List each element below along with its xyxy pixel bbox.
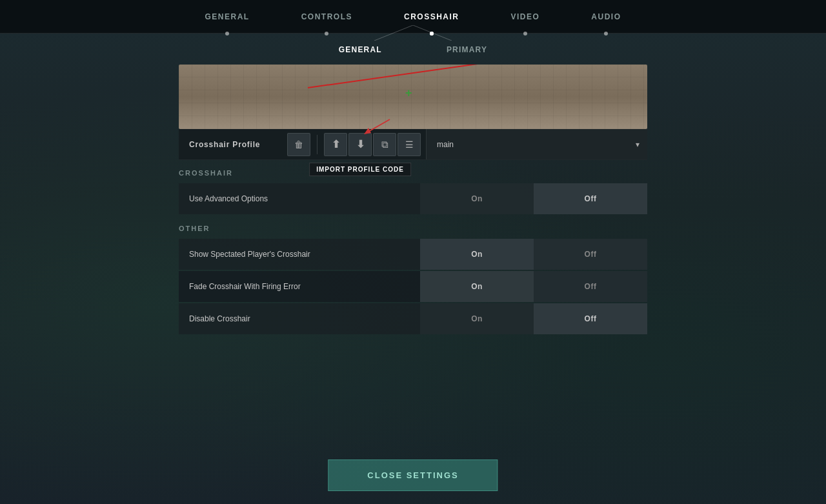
sub-nav-item-general[interactable]: GENERAL (307, 40, 414, 59)
export-profile-button[interactable]: ⬆ (324, 133, 347, 156)
disable-crosshair-toggle: On Off (420, 303, 647, 334)
use-advanced-options-label: Use Advanced Options (179, 194, 420, 203)
profiles-icon: ☰ (405, 139, 414, 150)
arrow-indicator (354, 116, 393, 138)
profile-select[interactable]: main profile 1 profile 2 (426, 129, 647, 159)
crosshair-section: CROSSHAIR Use Advanced Options On Off (179, 160, 647, 214)
profile-row: Crosshair Profile 🗑 ⬆ ⬇ IMPORT PROFILE C… (179, 129, 647, 160)
use-advanced-off-button[interactable]: Off (534, 183, 647, 214)
crosshair-indicator (408, 92, 418, 101)
disable-crosshair-row: Disable Crosshair On Off (179, 303, 647, 334)
use-advanced-options-row: Use Advanced Options On Off (179, 183, 647, 214)
nav-item-video[interactable]: VIDEO (485, 0, 566, 34)
close-settings-button[interactable]: CLOSE SETTINGS (328, 459, 498, 491)
import-icon: ⬇ (356, 138, 365, 150)
profile-select-wrapper: main profile 1 profile 2 ▾ (426, 129, 647, 159)
fade-crosshair-on-button[interactable]: On (420, 271, 534, 302)
separator (317, 135, 317, 154)
arrow-svg (354, 116, 393, 136)
svg-marker-3 (364, 128, 371, 134)
fade-crosshair-off-button[interactable]: Off (534, 271, 647, 302)
delete-icon: 🗑 (294, 139, 303, 150)
laser-line (308, 65, 647, 88)
manage-profiles-button[interactable]: ☰ (398, 133, 421, 156)
main-content: GENERAL CONTROLS CROSSHAIR VIDEO AUDIO (0, 0, 826, 504)
crosshair-section-header: CROSSHAIR (179, 160, 647, 183)
disable-crosshair-off-button[interactable]: Off (534, 303, 647, 334)
disable-crosshair-label: Disable Crosshair (179, 314, 420, 323)
svg-line-0 (374, 25, 413, 41)
sub-navigation: GENERAL PRIMARY (0, 34, 826, 62)
disable-crosshair-on-button[interactable]: On (420, 303, 534, 334)
export-icon: ⬆ (332, 138, 340, 150)
crosshair-preview (179, 65, 647, 129)
sub-nav-item-primary[interactable]: PRIMARY (414, 40, 519, 59)
show-spectated-off-button[interactable]: Off (534, 239, 647, 270)
svg-line-1 (413, 25, 452, 41)
profile-label: Crosshair Profile (179, 140, 282, 149)
delete-profile-button[interactable]: 🗑 (287, 133, 310, 156)
other-section-header: OTHER (179, 216, 647, 239)
fade-crosshair-toggle: On Off (420, 271, 647, 302)
other-section: OTHER Show Spectated Player's Crosshair … (179, 216, 647, 334)
connector-lines (348, 25, 478, 41)
fade-crosshair-label: Fade Crosshair With Firing Error (179, 282, 420, 291)
use-advanced-options-toggle: On Off (420, 183, 647, 214)
copy-icon: ⧉ (381, 139, 388, 150)
nav-item-general[interactable]: GENERAL (179, 0, 275, 34)
fade-crosshair-row: Fade Crosshair With Firing Error On Off (179, 271, 647, 302)
settings-panel: Crosshair Profile 🗑 ⬆ ⬇ IMPORT PROFILE C… (179, 65, 647, 334)
nav-item-audio[interactable]: AUDIO (565, 0, 647, 34)
show-spectated-on-button[interactable]: On (420, 239, 534, 270)
show-spectated-crosshair-label: Show Spectated Player's Crosshair (179, 250, 420, 259)
show-spectated-crosshair-toggle: On Off (420, 239, 647, 270)
svg-line-2 (367, 119, 390, 132)
show-spectated-crosshair-row: Show Spectated Player's Crosshair On Off (179, 239, 647, 270)
use-advanced-on-button[interactable]: On (420, 183, 534, 214)
close-settings-wrapper: CLOSE SETTINGS (328, 459, 498, 491)
